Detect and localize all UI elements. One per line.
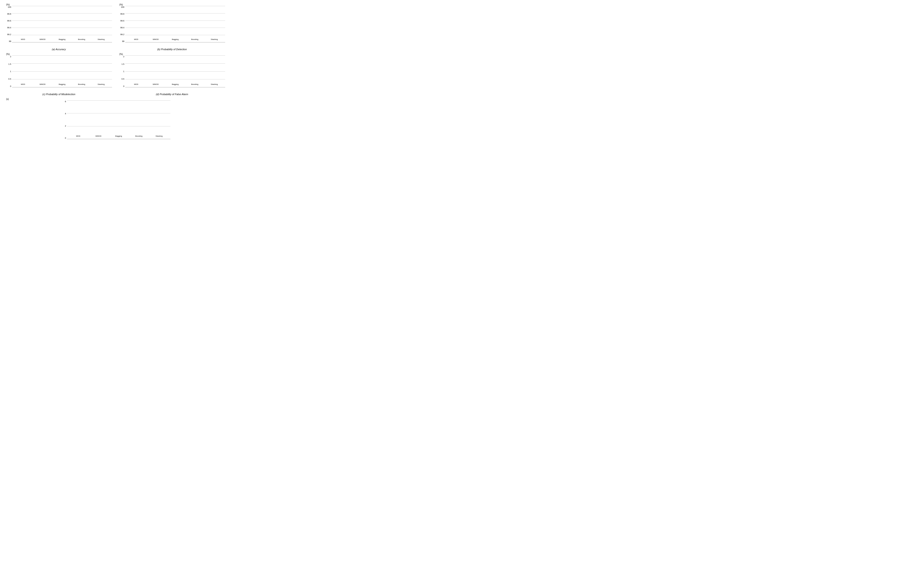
- bar-label: Boosting: [191, 83, 198, 87]
- bar-label: WMOD: [95, 135, 101, 139]
- y-tick-label: 6: [65, 100, 66, 102]
- bar-label: MOD: [21, 83, 25, 87]
- y-tick-label: 2: [65, 125, 66, 127]
- bar-group: MOD: [13, 83, 33, 87]
- y-tick-label: 0.5: [8, 78, 11, 80]
- bar-group: Bagging: [52, 38, 72, 42]
- bar-label: Stacking: [98, 83, 105, 87]
- bars-row: MODWMODBaggingBoostingStacking: [125, 6, 225, 42]
- y-axis: 10099.899.699.499.299: [6, 6, 12, 47]
- y-tick-label: 100: [121, 6, 124, 8]
- bar-group: Stacking: [149, 134, 169, 139]
- bar-label: Boosting: [78, 83, 85, 87]
- y-tick-label: 99.8: [7, 13, 11, 15]
- bar-label: Stacking: [211, 38, 218, 42]
- y-unit-label: (%): [119, 53, 123, 56]
- bar-label: MOD: [134, 38, 138, 42]
- y-tick-label: 2: [123, 56, 124, 58]
- y-tick-label: 1: [123, 70, 124, 72]
- chart-title: (a) Accuracy: [52, 48, 66, 51]
- chart-detection: (%)10099.899.699.499.299MODWMODBaggingBo…: [117, 2, 227, 52]
- y-tick-label: 99.4: [7, 26, 11, 29]
- bar-label: Boosting: [191, 38, 198, 42]
- y-tick-label: 0: [123, 85, 124, 87]
- chart-title: (b) Probability of Detection: [157, 48, 187, 51]
- y-axis: 21.510.50: [6, 56, 12, 92]
- y-tick-label: 100: [8, 6, 11, 8]
- y-tick-label: 1: [10, 70, 11, 72]
- y-tick-label: 0.5: [122, 78, 124, 80]
- bar-group: Stacking: [91, 38, 111, 42]
- bar-label: MOD: [134, 83, 138, 87]
- bars-row: MODWMODBaggingBoostingStacking: [67, 100, 170, 139]
- y-tick-label: 99.8: [120, 13, 124, 15]
- bar-group: Boosting: [129, 134, 149, 139]
- y-tick-label: 1.5: [8, 63, 11, 65]
- bars-row: MODWMODBaggingBoostingStacking: [12, 6, 112, 42]
- bars-area: MODWMODBaggingBoostingStacking: [12, 6, 112, 47]
- y-tick-label: 99.6: [7, 19, 11, 22]
- bar-group: WMOD: [146, 83, 166, 87]
- bar-group: Stacking: [204, 38, 224, 42]
- bar-label: Bagging: [172, 83, 178, 87]
- y-tick-label: 0: [65, 137, 66, 139]
- bar-group: Stacking: [91, 83, 111, 87]
- y-unit-label: (s): [6, 98, 9, 100]
- page: (%)10099.899.699.499.299MODWMODBaggingBo…: [0, 0, 231, 144]
- y-axis: 6420: [61, 100, 67, 144]
- chart-title: (d) Probability of False Alarm: [156, 93, 188, 96]
- y-axis: 21.510.50: [119, 56, 125, 92]
- bar-group: MOD: [13, 38, 33, 42]
- bar-group: MOD: [127, 38, 146, 42]
- bar-label: Bagging: [115, 135, 122, 139]
- bar-label: MOD: [21, 38, 25, 42]
- y-tick-label: 4: [65, 112, 66, 115]
- y-tick-label: 99.6: [120, 19, 124, 22]
- bar-group: Boosting: [72, 83, 91, 87]
- bar-label: WMOD: [40, 38, 45, 42]
- chart-processing: (s)6420MODWMODBaggingBoostingStacking(e)…: [3, 97, 227, 144]
- chart-accuracy: (%)10099.899.699.499.299MODWMODBaggingBo…: [3, 2, 114, 52]
- bar-label: Stacking: [155, 135, 163, 139]
- y-axis: 10099.899.699.499.299: [119, 6, 125, 47]
- y-tick-label: 99.4: [120, 26, 124, 29]
- bar-label: MOD: [76, 135, 80, 139]
- bar-label: WMOD: [40, 83, 45, 87]
- y-tick-label: 0: [10, 85, 11, 87]
- bar-group: Boosting: [72, 38, 91, 42]
- bar-group: WMOD: [33, 83, 53, 87]
- bars-row: MODWMODBaggingBoostingStacking: [12, 56, 112, 87]
- y-tick-label: 2: [10, 56, 11, 58]
- y-unit-label: (%): [6, 3, 10, 6]
- y-tick-label: 99.2: [7, 33, 11, 35]
- bars-area: MODWMODBaggingBoostingStacking: [12, 56, 112, 92]
- bar-label: Stacking: [211, 83, 218, 87]
- bar-group: WMOD: [88, 134, 109, 139]
- bar-group: Boosting: [185, 38, 205, 42]
- y-unit-label: (%): [6, 53, 10, 56]
- y-tick-label: 99: [122, 40, 124, 42]
- bar-group: WMOD: [146, 38, 166, 42]
- bar-label: Bagging: [59, 83, 65, 87]
- y-unit-label: (%): [119, 3, 123, 6]
- bar-label: Bagging: [59, 38, 65, 42]
- y-tick-label: 99: [9, 40, 11, 42]
- bar-group: Bagging: [165, 38, 185, 42]
- bar-label: Boosting: [135, 135, 143, 139]
- bar-group: Bagging: [165, 83, 185, 87]
- bar-group: Bagging: [52, 83, 72, 87]
- bar-group: Bagging: [109, 134, 129, 139]
- bar-label: WMOD: [153, 83, 159, 87]
- bars-row: MODWMODBaggingBoostingStacking: [125, 56, 225, 87]
- chart-title: (c) Probability of Misdetection: [42, 93, 75, 96]
- y-tick-label: 99.2: [120, 33, 124, 35]
- bar-group: WMOD: [33, 38, 53, 42]
- bar-label: Boosting: [78, 38, 85, 42]
- bar-label: WMOD: [153, 38, 159, 42]
- chart-falsealarm: (%)21.510.50MODWMODBaggingBoostingStacki…: [117, 52, 227, 97]
- bar-group: Stacking: [204, 83, 224, 87]
- bar-label: Stacking: [98, 38, 105, 42]
- bar-label: Bagging: [172, 38, 178, 42]
- bar-group: Boosting: [185, 83, 205, 87]
- bars-area: MODWMODBaggingBoostingStacking: [125, 6, 225, 47]
